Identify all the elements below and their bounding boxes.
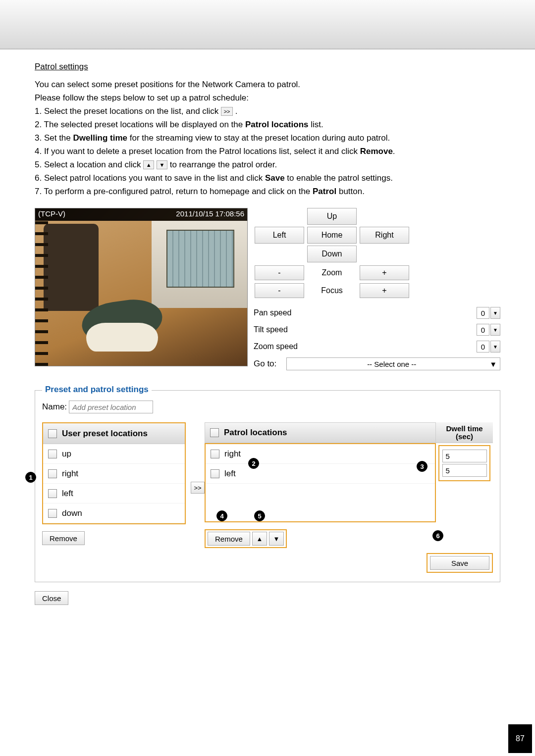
- preset-name-input[interactable]: [69, 401, 153, 413]
- list-item[interactable]: up: [43, 444, 185, 464]
- patrol-column: 2 3 4 5 6 Patrol locations Dwell time: [205, 422, 493, 573]
- step-text: 5. Select a location and click: [35, 160, 143, 169]
- list-item[interactable]: left: [43, 484, 185, 504]
- step-5: 5. Select a location and click ▲ ▼ to re…: [35, 159, 500, 171]
- goto-label: Go to:: [254, 359, 276, 369]
- list-item[interactable]: left: [206, 464, 435, 484]
- step-7: 7. To perform a pre-configured patrol, r…: [35, 186, 500, 198]
- focus-label: Focus: [307, 283, 357, 298]
- step-text: .: [393, 147, 395, 156]
- intro-line: Please follow the steps below to set up …: [35, 93, 500, 104]
- patrol-listbox: right left: [205, 443, 436, 522]
- focus-far-button[interactable]: +: [360, 283, 409, 298]
- goto-select-value: -- Select one --: [294, 360, 489, 368]
- fieldset-legend: Preset and patrol settings: [42, 385, 152, 395]
- step-bold: Patrol: [313, 187, 336, 196]
- step-bold: Patrol locations: [245, 120, 309, 129]
- step-text: 7. To perform a pre-configured patrol, r…: [35, 187, 313, 196]
- zoom-speed-label: Zoom speed: [254, 342, 298, 351]
- transfer-icon: >>: [221, 107, 233, 116]
- step-text: for the streaming view to stay at the pr…: [127, 133, 390, 143]
- save-button[interactable]: Save: [430, 556, 489, 570]
- video-timestamp: 2011/10/15 17:08:56: [176, 209, 244, 218]
- patrol-item-label: right: [224, 449, 241, 459]
- goto-select[interactable]: -- Select one -- ▼: [286, 357, 500, 370]
- step-text: 2. The selected preset locations will be…: [35, 120, 245, 129]
- preset-checkbox[interactable]: [48, 489, 57, 498]
- intro-line: You can select some preset positions for…: [35, 79, 500, 91]
- focus-near-button[interactable]: -: [255, 283, 304, 298]
- list-item[interactable]: right: [43, 464, 185, 484]
- move-up-button[interactable]: ▲: [252, 532, 267, 546]
- ptz-down-button[interactable]: Down: [307, 246, 357, 262]
- close-button[interactable]: Close: [35, 591, 68, 605]
- patrol-remove-button[interactable]: Remove: [208, 532, 250, 546]
- zoom-speed-dropdown[interactable]: ▼: [490, 341, 500, 353]
- step-4: 4. If you want to delete a preset locati…: [35, 146, 500, 157]
- step-text: button.: [336, 187, 365, 196]
- chevron-down-icon: ▼: [489, 360, 497, 368]
- step-text: list.: [308, 120, 323, 129]
- preset-item-label: left: [62, 489, 73, 499]
- select-all-preset-checkbox[interactable]: [48, 429, 57, 438]
- intro-text: You can select some preset positions for…: [35, 79, 500, 197]
- step-text: 4. If you want to delete a preset locati…: [35, 147, 360, 156]
- preset-checkbox[interactable]: [48, 469, 57, 478]
- dwell-header-line: (sec): [456, 433, 473, 441]
- list-item[interactable]: down: [43, 504, 185, 523]
- zoom-in-button[interactable]: +: [360, 265, 409, 280]
- preset-remove-button[interactable]: Remove: [42, 531, 85, 545]
- transfer-button[interactable]: >>: [191, 482, 205, 494]
- zoom-out-button[interactable]: -: [255, 265, 304, 280]
- pan-speed-value: 0: [477, 307, 489, 319]
- arrow-down-icon: ▼: [157, 160, 167, 169]
- patrol-checkbox[interactable]: [211, 450, 219, 458]
- step-bold: Save: [265, 173, 285, 183]
- preset-listbox: User preset locations up right left down: [42, 422, 186, 524]
- preset-patrol-fieldset: Preset and patrol settings Name: 1 User …: [35, 390, 500, 582]
- tilt-speed-label: Tilt speed: [254, 325, 288, 334]
- step-2: 2. The selected preset locations will be…: [35, 119, 500, 131]
- ptz-left-button[interactable]: Left: [255, 227, 304, 244]
- section-title: Patrol settings: [35, 62, 500, 72]
- ptz-controls: Up Left Home Right Down - Zoom + - Focus: [253, 208, 500, 370]
- dwell-header-line: Dwell time: [446, 425, 482, 433]
- preset-header-label: User preset locations: [62, 429, 148, 439]
- tilt-speed-dropdown[interactable]: ▼: [490, 324, 500, 336]
- zoom-label: Zoom: [307, 265, 357, 280]
- dwell-header: Dwell time (sec): [436, 422, 493, 443]
- ptz-up-button[interactable]: Up: [307, 208, 357, 225]
- arrow-up-icon: ▲: [143, 160, 154, 169]
- preset-item-label: down: [62, 508, 82, 518]
- step-3: 3. Set the Dwelling time for the streami…: [35, 133, 500, 144]
- pan-speed-dropdown[interactable]: ▼: [490, 307, 500, 319]
- tilt-speed-value: 0: [477, 324, 489, 336]
- preset-checkbox[interactable]: [48, 450, 57, 458]
- pan-speed-label: Pan speed: [254, 308, 292, 317]
- preset-item-label: up: [62, 449, 71, 459]
- step-6: 6. Select patrol locations you want to s…: [35, 173, 500, 184]
- callout-1: 1: [25, 472, 36, 483]
- ptz-home-button[interactable]: Home: [307, 227, 357, 244]
- step-text: to enable the patrol settings.: [285, 173, 393, 183]
- camera-image: [35, 221, 247, 366]
- list-item[interactable]: right: [206, 444, 435, 464]
- step-1: 1. Select the preset locations on the li…: [35, 106, 500, 117]
- video-source-label: (TCP-V): [38, 209, 65, 218]
- step-text: 6. Select patrol locations you want to s…: [35, 173, 265, 183]
- camera-preview: (TCP-V) 2011/10/15 17:08:56: [35, 208, 248, 366]
- step-text: 3. Set the: [35, 133, 73, 143]
- dwell-time-input[interactable]: [442, 464, 487, 477]
- dwell-time-input[interactable]: [442, 450, 487, 462]
- name-label: Name:: [42, 402, 67, 412]
- move-down-button[interactable]: ▼: [269, 532, 284, 546]
- select-all-patrol-checkbox[interactable]: [210, 428, 219, 437]
- ptz-right-button[interactable]: Right: [360, 227, 409, 244]
- patrol-checkbox[interactable]: [211, 469, 219, 478]
- step-bold: Remove: [360, 147, 393, 156]
- preset-checkbox[interactable]: [48, 509, 57, 518]
- dwell-column: [436, 443, 493, 522]
- patrol-header-label: Patrol locations: [224, 428, 287, 438]
- preset-column: User preset locations up right left down…: [42, 422, 186, 545]
- step-text: 1. Select the preset locations on the li…: [35, 106, 221, 116]
